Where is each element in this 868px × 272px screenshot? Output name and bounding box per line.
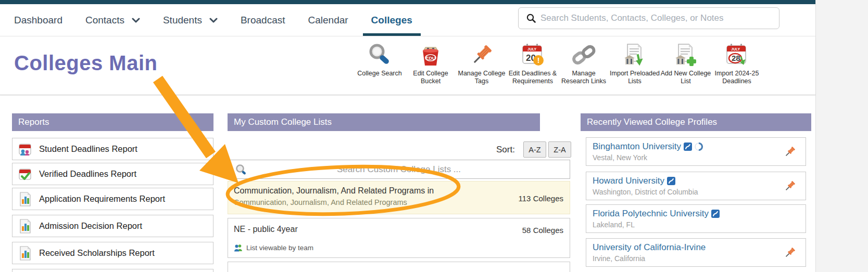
nav-students[interactable]: Students — [163, 4, 218, 36]
custom-lists-panel-header: My Custom College Lists — [228, 113, 540, 131]
reports-panel-header: Reports — [12, 113, 213, 131]
report-label: Admission Decision Report — [39, 221, 142, 231]
recent-binghamton[interactable]: Binghamton University Vestal, New York — [586, 137, 806, 166]
pin-icon[interactable] — [783, 145, 797, 159]
tool-manage-college-tags[interactable]: Manage College Tags — [456, 42, 507, 85]
sort-az-button[interactable]: A-Z — [523, 141, 546, 158]
college-location: Irvine, California — [593, 254, 806, 263]
custom-lists-search-input[interactable] — [228, 160, 570, 178]
colleges-main-page: Dashboard Contacts Students Broadcast Ca… — [0, 0, 868, 272]
page-header: Colleges Main College Search — [0, 37, 815, 95]
custom-lists-search[interactable] — [228, 160, 570, 179]
report-item-partial[interactable] — [12, 269, 213, 272]
nav-contacts[interactable]: Contacts — [85, 4, 140, 36]
report-label: Verified Deadlines Report — [39, 169, 136, 179]
tool-add-new-college-list[interactable]: Add New College List — [660, 42, 711, 85]
page-title: Colleges Main — [14, 51, 157, 75]
list-item-ne-public-4year[interactable]: NE - public 4year 58 Colleges List viewa… — [228, 218, 570, 258]
svg-text:!: ! — [537, 56, 540, 64]
calendar-alert-icon: JULY 20 ! — [520, 42, 546, 68]
custom-lists-panel-title: My Custom College Lists — [234, 117, 332, 127]
college-count: 58 Colleges — [522, 226, 563, 235]
nav-students-label: Students — [163, 15, 202, 26]
tool-edit-deadlines-requirements[interactable]: JULY 20 ! Edit Deadlines & Requirements — [507, 42, 558, 85]
tool-label: Import Preloaded Lists — [609, 70, 660, 85]
chevron-down-icon — [209, 18, 218, 23]
recent-uc-irvine[interactable]: University of California-Irvine Irvine, … — [586, 238, 806, 267]
nav-broadcast[interactable]: Broadcast — [241, 4, 285, 36]
calendar-download-icon: JULY 28 — [724, 42, 750, 68]
tool-edit-college-bucket[interactable]: EDU Edit College Bucket — [405, 42, 456, 85]
nav-broadcast-label: Broadcast — [241, 15, 285, 26]
top-accent-strip — [0, 0, 815, 4]
edu-bucket-icon: EDU — [418, 42, 444, 68]
college-location: Washington, District of Columbia — [593, 188, 806, 196]
top-navigation: Dashboard Contacts Students Broadcast Ca… — [0, 4, 815, 36]
document-download-icon — [622, 42, 648, 68]
search-icon — [526, 13, 536, 23]
recent-howard[interactable]: Howard University Washington, District o… — [586, 172, 806, 200]
tool-import-deadlines[interactable]: JULY 28 Import 2024-25 Deadlines — [711, 42, 762, 85]
list-item-communication-journalism[interactable]: Communication, Journalism, And Related P… — [228, 181, 570, 214]
tool-label: Manage Research Links — [558, 70, 609, 85]
profile-badge-icon — [684, 143, 692, 151]
tool-manage-research-links[interactable]: Manage Research Links — [558, 42, 609, 85]
nav-calendar-label: Calendar — [308, 15, 348, 26]
bar-chart-doc-icon — [18, 219, 32, 234]
college-name[interactable]: Florida Polytechnic University — [593, 209, 709, 219]
svg-text:JULY: JULY — [527, 47, 537, 51]
round-badge-icon — [695, 143, 703, 151]
svg-text:JULY: JULY — [731, 47, 740, 51]
sort-za-button[interactable]: Z-A — [548, 141, 571, 158]
tool-label: Edit College Bucket — [405, 70, 456, 85]
calendar-people-icon — [18, 142, 32, 157]
tool-label: Manage College Tags — [456, 70, 507, 85]
nav-items: Dashboard Contacts Students Broadcast Ca… — [0, 4, 412, 36]
tool-college-search[interactable]: College Search — [354, 42, 405, 85]
college-location: Vestal, New York — [593, 153, 806, 162]
bar-chart-doc-icon — [18, 246, 32, 261]
recent-florida-polytechnic[interactable]: Florida Polytechnic University Lakeland,… — [586, 204, 806, 233]
chain-link-icon — [571, 42, 597, 68]
college-name[interactable]: Binghamton University — [593, 141, 681, 152]
bar-chart-doc-icon — [18, 192, 32, 206]
college-count: 113 Colleges — [519, 194, 563, 203]
list-share-note: List viewable by team — [234, 244, 313, 252]
global-search[interactable] — [518, 7, 779, 29]
tool-label: Add New College List — [660, 70, 711, 85]
nav-colleges-label: Colleges — [371, 15, 412, 26]
college-location: Lakeland, FL — [593, 221, 806, 229]
tool-import-preloaded-lists[interactable]: Import Preloaded Lists — [609, 42, 660, 85]
list-item-title: Communication, Journalism, And Related P… — [234, 186, 434, 196]
list-share-note-text: List viewable by team — [246, 244, 313, 252]
college-name[interactable]: Howard University — [593, 176, 664, 186]
pin-icon[interactable] — [783, 245, 797, 260]
nav-calendar[interactable]: Calendar — [308, 4, 348, 36]
reports-panel-title: Reports — [18, 117, 49, 127]
report-label: Application Requirements Report — [39, 194, 165, 204]
pin-icon[interactable] — [783, 179, 797, 193]
svg-text:EDU: EDU — [425, 56, 435, 61]
tool-label: Import 2024-25 Deadlines — [711, 70, 762, 85]
college-name[interactable]: University of California-Irvine — [593, 242, 706, 253]
report-application-requirements[interactable]: Application Requirements Report — [12, 188, 213, 210]
tool-label: Edit Deadlines & Requirements — [507, 70, 558, 85]
profile-badge-icon — [711, 210, 720, 218]
list-item-subtitle: Communication, Journalism, And Related P… — [234, 198, 407, 206]
profile-badge-icon — [667, 177, 675, 185]
team-icon — [234, 244, 243, 252]
magnifier-icon — [367, 42, 393, 68]
tool-label: College Search — [357, 70, 401, 77]
nav-colleges[interactable]: Colleges — [371, 4, 412, 36]
nav-dashboard[interactable]: Dashboard — [14, 4, 62, 36]
list-item-partial[interactable] — [228, 262, 570, 272]
report-admission-decision[interactable]: Admission Decision Report — [12, 215, 213, 237]
push-pin-icon — [469, 42, 495, 68]
report-received-scholarships[interactable]: Received Scholarships Report — [12, 242, 213, 264]
list-item-title: NE - public 4year — [234, 225, 298, 234]
report-student-deadlines[interactable]: Student Deadlines Report — [12, 138, 213, 160]
global-search-input[interactable] — [540, 13, 779, 23]
report-verified-deadlines[interactable]: Verified Deadlines Report — [12, 163, 213, 185]
nav-contacts-label: Contacts — [85, 15, 124, 26]
right-gutter — [815, 0, 868, 272]
